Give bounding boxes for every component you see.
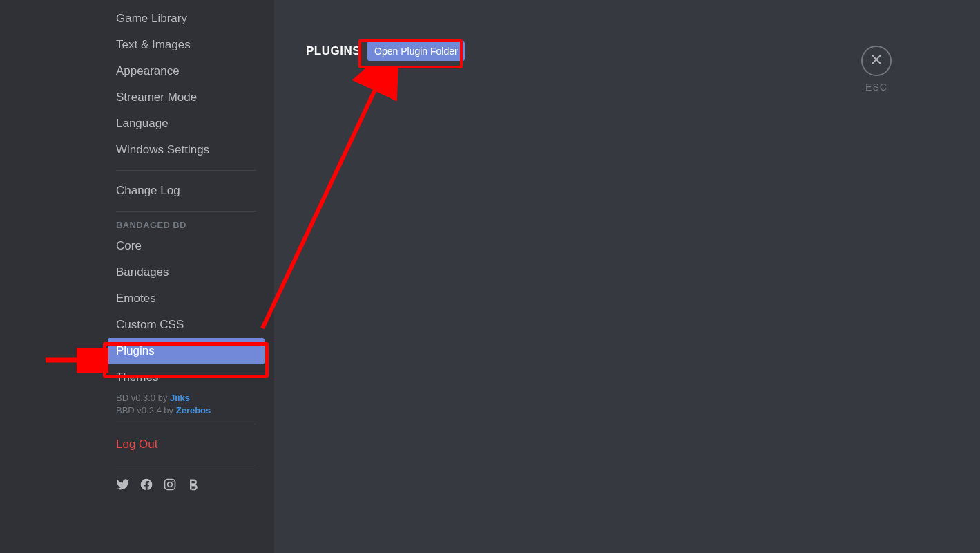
sidebar-item-logout[interactable]: Log Out <box>108 431 265 458</box>
sidebar-item-language[interactable]: Language <box>108 111 265 137</box>
sidebar-item-core[interactable]: Core <box>108 233 265 259</box>
sidebar-item-streamer-mode[interactable]: Streamer Mode <box>108 84 265 111</box>
bd-icon[interactable] <box>186 478 200 494</box>
sidebar-item-windows-settings[interactable]: Windows Settings <box>108 137 265 163</box>
settings-sidebar: Game Library Text & Images Appearance St… <box>0 0 274 553</box>
page-title: PLUGINS <box>306 44 361 58</box>
sidebar-item-custom-css[interactable]: Custom CSS <box>108 312 265 338</box>
sidebar-separator <box>116 424 256 424</box>
bd-version-text: BD v0.3.0 by <box>116 393 170 403</box>
sidebar-item-game-library[interactable]: Game Library <box>108 6 265 32</box>
sidebar-item-appearance[interactable]: Appearance <box>108 58 265 84</box>
sidebar-item-plugins[interactable]: Plugins <box>108 338 265 364</box>
bd-author-link[interactable]: Jiiks <box>170 393 190 403</box>
close-button[interactable] <box>861 46 892 76</box>
twitter-icon[interactable] <box>116 478 130 494</box>
sidebar-item-change-log[interactable]: Change Log <box>108 178 265 204</box>
bbd-version-text: BBD v0.2.4 by <box>116 405 176 415</box>
esc-label: ESC <box>865 82 887 93</box>
sidebar-separator <box>116 465 256 465</box>
sidebar-item-bandages[interactable]: Bandages <box>108 259 265 285</box>
sidebar-item-emotes[interactable]: Emotes <box>108 285 265 312</box>
sidebar-header-bandaged-bd: BANDAGED BD <box>108 220 265 230</box>
sidebar-item-themes[interactable]: Themes <box>108 364 265 391</box>
bbd-author-link[interactable]: Zerebos <box>176 405 211 415</box>
version-info: BD v0.3.0 by Jiiks BBD v0.2.4 by Zerebos <box>108 392 265 417</box>
svg-point-1 <box>168 482 173 487</box>
svg-point-2 <box>173 480 174 482</box>
sidebar-separator <box>116 211 256 212</box>
sidebar-item-text-images[interactable]: Text & Images <box>108 32 265 58</box>
open-plugin-folder-button[interactable]: Open Plugin Folder <box>367 41 465 61</box>
social-row <box>108 472 265 494</box>
close-stack: ESC <box>861 46 892 93</box>
content-header: PLUGINS Open Plugin Folder <box>306 41 948 61</box>
facebook-icon[interactable] <box>140 478 153 494</box>
instagram-icon[interactable] <box>163 478 177 494</box>
close-icon <box>870 53 883 68</box>
sidebar-separator <box>116 170 256 171</box>
